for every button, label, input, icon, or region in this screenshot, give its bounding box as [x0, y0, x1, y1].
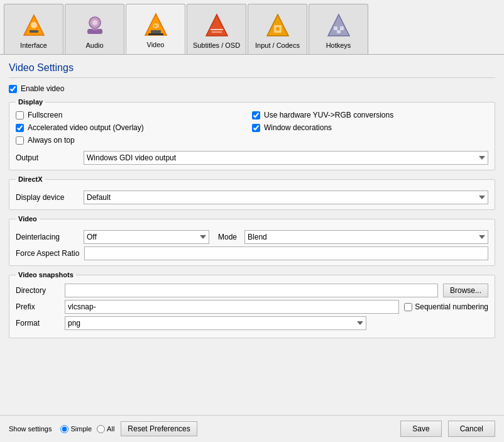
- always-on-top-row: Always on top: [16, 136, 252, 145]
- display-section: Display Fullscreen Use hardware YUV->RGB…: [9, 98, 495, 170]
- fullscreen-row: Fullscreen: [16, 111, 252, 119]
- simple-label: Simple: [70, 425, 92, 433]
- tab-input[interactable]: Input / Codecs: [248, 4, 307, 54]
- directx-section: DirectX Display device Default: [9, 175, 495, 210]
- accelerated-label[interactable]: Accelerated video output (Overlay): [28, 123, 144, 132]
- deinterlacing-label: Deinterlacing: [16, 233, 79, 241]
- force-aspect-ratio-input[interactable]: [84, 246, 488, 260]
- cancel-button[interactable]: Cancel: [448, 421, 495, 437]
- svg-point-2: [31, 22, 37, 28]
- display-device-label: Display device: [16, 193, 79, 202]
- page-title: Video Settings: [9, 62, 495, 78]
- enable-video-label[interactable]: Enable video: [21, 84, 64, 93]
- svg-point-4: [92, 20, 97, 25]
- accelerated-checkbox[interactable]: [16, 124, 24, 132]
- display-section-title: Display: [16, 98, 45, 106]
- display-checkboxes: Fullscreen Use hardware YUV->RGB convers…: [16, 111, 488, 147]
- radio-group: Simple All: [60, 425, 114, 433]
- tab-subtitles-label: Subtitles / OSD: [193, 41, 240, 49]
- tab-audio-label: Audio: [85, 41, 103, 49]
- format-row: Format png jpg tiff: [16, 316, 488, 330]
- main-window: Interface Audio: [0, 0, 504, 442]
- window-decorations-row: Window decorations: [252, 123, 488, 132]
- deinterlacing-select[interactable]: Off On Automatic: [84, 230, 209, 244]
- svg-rect-21: [337, 30, 341, 33]
- display-device-row: Display device Default: [16, 191, 488, 204]
- svg-rect-6: [92, 28, 97, 30]
- svg-point-17: [276, 27, 280, 31]
- use-hardware-label[interactable]: Use hardware YUV->RGB conversions: [264, 111, 393, 119]
- show-settings-label: Show settings: [9, 425, 52, 433]
- fullscreen-checkbox[interactable]: [16, 111, 24, 119]
- directory-row: Directory Browse...: [16, 284, 488, 297]
- subtitles-icon: [203, 11, 231, 39]
- prefix-input[interactable]: [65, 300, 399, 314]
- output-label: Output: [16, 153, 79, 162]
- tab-audio[interactable]: Audio: [65, 4, 124, 54]
- interface-icon: [20, 11, 48, 39]
- snapshots-section: Video snapshots Directory Browse... Pref…: [9, 271, 495, 338]
- mode-label: Mode: [218, 233, 237, 241]
- reset-button[interactable]: Reset Preferences: [121, 421, 197, 436]
- video-section: Video Deinterlacing Off On Automatic Mod…: [9, 215, 495, 266]
- svg-rect-9: [148, 33, 163, 35]
- tab-subtitles[interactable]: Subtitles / OSD: [187, 4, 246, 54]
- tab-video-label: Video: [147, 41, 165, 48]
- prefix-label: Prefix: [16, 302, 60, 311]
- svg-rect-20: [340, 26, 344, 30]
- window-decorations-checkbox[interactable]: [252, 124, 260, 132]
- video-section-title: Video: [16, 215, 40, 223]
- use-hardware-row: Use hardware YUV->RGB conversions: [252, 111, 488, 119]
- save-button[interactable]: Save: [400, 421, 441, 437]
- snapshots-section-title: Video snapshots: [16, 271, 76, 279]
- content-area: Video Settings Enable video Display Full…: [0, 54, 504, 415]
- enable-video-checkbox[interactable]: [9, 85, 17, 93]
- output-row: Output Windows GDI video output DirectX …: [16, 151, 488, 165]
- sequential-label[interactable]: Sequential numbering: [404, 302, 488, 311]
- prefix-row: Prefix Sequential numbering: [16, 300, 488, 314]
- window-decorations-label[interactable]: Window decorations: [264, 123, 332, 132]
- tab-interface[interactable]: Interface: [4, 4, 63, 54]
- sequential-checkbox[interactable]: [404, 303, 412, 311]
- simple-radio-label[interactable]: Simple: [60, 425, 92, 433]
- simple-radio[interactable]: [60, 425, 68, 433]
- deinterlacing-row: Deinterlacing Off On Automatic Mode Blen…: [16, 230, 488, 244]
- directx-section-title: DirectX: [16, 175, 45, 183]
- svg-rect-14: [212, 31, 222, 33]
- tab-interface-label: Interface: [20, 41, 47, 49]
- svg-rect-19: [334, 26, 337, 30]
- always-on-top-checkbox[interactable]: [16, 136, 24, 145]
- tab-hotkeys-label: Hotkeys: [326, 41, 351, 49]
- sequential-label-text: Sequential numbering: [415, 302, 488, 311]
- svg-rect-13: [211, 29, 223, 30]
- display-device-select[interactable]: Default: [84, 191, 488, 204]
- tab-hotkeys[interactable]: Hotkeys: [309, 4, 368, 54]
- video-icon: [142, 11, 170, 38]
- audio-icon: [81, 11, 109, 39]
- mode-select[interactable]: Blend Bob Discard Linear Mean Yadif Yadi…: [244, 230, 488, 244]
- tab-video[interactable]: Video: [126, 4, 185, 54]
- output-select[interactable]: Windows GDI video output DirectX OpenGL …: [84, 151, 488, 165]
- directory-input[interactable]: [65, 284, 438, 297]
- always-on-top-label[interactable]: Always on top: [28, 136, 75, 145]
- fullscreen-label[interactable]: Fullscreen: [28, 111, 62, 119]
- format-select[interactable]: png jpg tiff: [65, 316, 366, 330]
- tab-input-label: Input / Codecs: [255, 41, 300, 49]
- force-aspect-ratio-label: Force Aspect Ratio: [16, 249, 79, 258]
- use-hardware-checkbox[interactable]: [252, 111, 260, 119]
- force-aspect-ratio-row: Force Aspect Ratio: [16, 246, 488, 260]
- browse-button[interactable]: Browse...: [443, 284, 488, 297]
- bottom-bar: Show settings Simple All Reset Preferenc…: [0, 415, 504, 442]
- all-radio-label[interactable]: All: [97, 425, 114, 433]
- accelerated-row: Accelerated video output (Overlay): [16, 123, 252, 132]
- all-radio[interactable]: [97, 425, 105, 433]
- enable-video-row: Enable video: [9, 84, 495, 93]
- format-label: Format: [16, 319, 60, 328]
- hotkeys-icon: [325, 11, 353, 39]
- directory-label: Directory: [16, 286, 60, 295]
- svg-rect-1: [30, 30, 38, 33]
- svg-rect-8: [151, 30, 161, 33]
- all-label: All: [107, 425, 114, 433]
- input-icon: [264, 11, 292, 39]
- tab-bar: Interface Audio: [0, 0, 504, 54]
